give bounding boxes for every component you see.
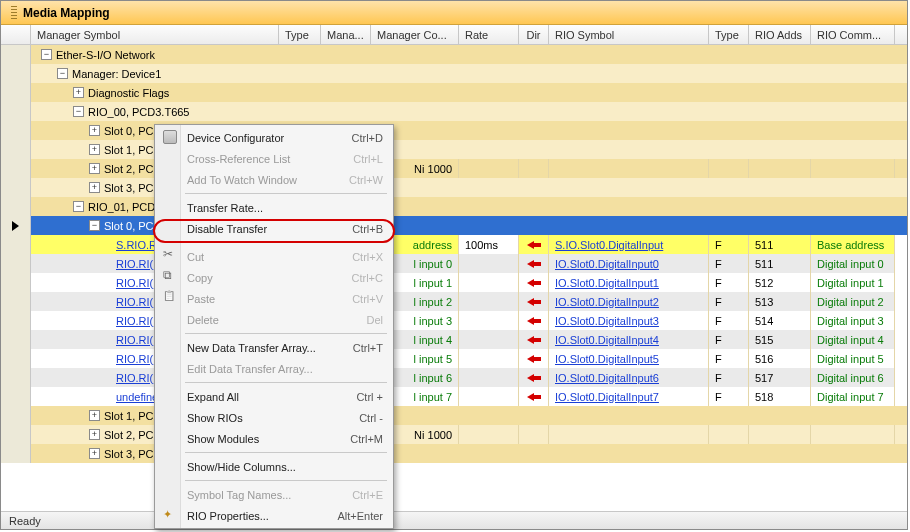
expander-icon[interactable]: + bbox=[89, 163, 100, 174]
rio-symbol-link[interactable]: IO.Slot0.DigitalInput7 bbox=[555, 391, 659, 403]
rio-symbol-link[interactable]: IO.Slot0.DigitalInput6 bbox=[555, 372, 659, 384]
content-area: Manager Symbol Type Mana... Manager Co..… bbox=[1, 25, 907, 511]
mapping-row[interactable]: RIO.RI(l input 4IO.Slot0.DigitalInput4F5… bbox=[1, 330, 907, 349]
expander-icon[interactable]: − bbox=[73, 201, 84, 212]
tree-symbol-link[interactable]: RIO.RI( bbox=[116, 372, 153, 384]
menu-item-shortcut: Ctrl+E bbox=[352, 489, 383, 501]
rio-symbol-link[interactable]: S.IO.Slot0.DigitalInput bbox=[555, 239, 663, 251]
menu-item-rio-properties[interactable]: RIO Properties...Alt+Enter bbox=[157, 505, 391, 526]
expander-icon[interactable]: + bbox=[89, 182, 100, 193]
tree-symbol-link[interactable]: RIO.RI( bbox=[116, 353, 153, 365]
col-header-rate[interactable]: Rate bbox=[459, 25, 519, 44]
col-header-symbol[interactable]: Manager Symbol bbox=[31, 25, 279, 44]
rio-symbol-link[interactable]: IO.Slot0.DigitalInput0 bbox=[555, 258, 659, 270]
tree-symbol-link[interactable]: RIO.RI( bbox=[116, 258, 153, 270]
mapping-row[interactable]: RIO.RI(l input 6IO.Slot0.DigitalInput6F5… bbox=[1, 368, 907, 387]
tree-row-rio00-slot1[interactable]: + Slot 1, PCD3 bbox=[1, 140, 907, 159]
mcomment: l input 0 bbox=[413, 258, 452, 270]
mcomment: address bbox=[413, 239, 452, 251]
expander-icon[interactable]: + bbox=[89, 410, 100, 421]
menu-item-shortcut: Ctrl+W bbox=[349, 174, 383, 186]
extra-text: Ni 1000 bbox=[414, 429, 452, 441]
rio-symbol-link[interactable]: IO.Slot0.DigitalInput1 bbox=[555, 277, 659, 289]
expander-icon[interactable]: − bbox=[89, 220, 100, 231]
col-header-type[interactable]: Type bbox=[279, 25, 321, 44]
col-header-rtype[interactable]: Type bbox=[709, 25, 749, 44]
menu-separator bbox=[185, 382, 387, 383]
tree-row-manager[interactable]: − Manager: Device1 bbox=[1, 64, 907, 83]
expander-icon[interactable]: + bbox=[89, 429, 100, 440]
mcomment: l input 7 bbox=[413, 391, 452, 403]
rio-symbol-link[interactable]: IO.Slot0.DigitalInput4 bbox=[555, 334, 659, 346]
menu-item-label: Cross-Reference List bbox=[187, 153, 290, 165]
expander-icon[interactable]: + bbox=[89, 125, 100, 136]
rcomment: Base address bbox=[817, 239, 884, 251]
tree-symbol-link[interactable]: RIO.RI( bbox=[116, 334, 153, 346]
arrow-left-icon bbox=[527, 279, 541, 287]
menu-item-show-rios[interactable]: Show RIOsCtrl - bbox=[157, 407, 391, 428]
rio-symbol-link[interactable]: IO.Slot0.DigitalInput2 bbox=[555, 296, 659, 308]
col-header-dir[interactable]: Dir bbox=[519, 25, 549, 44]
prop-icon bbox=[163, 508, 177, 522]
tree-row-rio00-slot2[interactable]: + Slot 2, PCD3 Ni 1000 bbox=[1, 159, 907, 178]
context-menu: Device ConfiguratorCtrl+DCross-Reference… bbox=[154, 124, 394, 529]
tree-row-rio01-slot0-selected[interactable]: − Slot 0, PCD3 bbox=[1, 216, 907, 235]
expander-icon[interactable]: − bbox=[73, 106, 84, 117]
status-text: Ready bbox=[9, 515, 41, 527]
menu-item-transfer-rate[interactable]: Transfer Rate... bbox=[157, 197, 391, 218]
expander-icon[interactable]: + bbox=[89, 144, 100, 155]
col-header-rsymbol[interactable]: RIO Symbol bbox=[549, 25, 709, 44]
tree-symbol-link[interactable]: RIO.RI( bbox=[116, 315, 153, 327]
arrow-left-icon bbox=[527, 355, 541, 363]
col-header-radds[interactable]: RIO Adds bbox=[749, 25, 811, 44]
rtype: F bbox=[715, 353, 722, 365]
tree-row-diag[interactable]: + Diagnostic Flags bbox=[1, 83, 907, 102]
rio-symbol-link[interactable]: IO.Slot0.DigitalInput5 bbox=[555, 353, 659, 365]
tree-row-rio00-slot0[interactable]: + Slot 0, PCD3 bbox=[1, 121, 907, 140]
expander-icon[interactable]: − bbox=[41, 49, 52, 60]
tree-row-rio01[interactable]: − RIO_01, PCD3 bbox=[1, 197, 907, 216]
rtype: F bbox=[715, 258, 722, 270]
mapping-row[interactable]: RIO.RI(l input 2IO.Slot0.DigitalInput2F5… bbox=[1, 292, 907, 311]
mapping-row[interactable]: RIO.RI(l input 5IO.Slot0.DigitalInput5F5… bbox=[1, 349, 907, 368]
arrow-left-icon bbox=[527, 336, 541, 344]
menu-separator bbox=[185, 452, 387, 453]
menu-item-device-configurator[interactable]: Device ConfiguratorCtrl+D bbox=[157, 127, 391, 148]
menu-item-shortcut: Ctrl - bbox=[359, 412, 383, 424]
mapping-row-base[interactable]: S.RIO.RI( address 100ms S.IO.Slot0.Digit… bbox=[1, 235, 907, 254]
rcomment: Digital input 7 bbox=[817, 391, 884, 403]
mapping-row[interactable]: RIO.RI(l input 1IO.Slot0.DigitalInput1F5… bbox=[1, 273, 907, 292]
col-header-mcomment[interactable]: Manager Co... bbox=[371, 25, 459, 44]
rio-symbol-link[interactable]: IO.Slot0.DigitalInput3 bbox=[555, 315, 659, 327]
expander-icon[interactable]: − bbox=[57, 68, 68, 79]
col-header-mana[interactable]: Mana... bbox=[321, 25, 371, 44]
tree-row-root[interactable]: − Ether-S-I/O Network bbox=[1, 45, 907, 64]
mapping-row[interactable]: RIO.RI(l input 3IO.Slot0.DigitalInput3F5… bbox=[1, 311, 907, 330]
tree-symbol-link[interactable]: RIO.RI( bbox=[116, 277, 153, 289]
menu-item-expand-all[interactable]: Expand AllCtrl + bbox=[157, 386, 391, 407]
tree-row-rio01-slot3[interactable]: + Slot 3, PCD3 bbox=[1, 444, 907, 463]
arrow-left-icon bbox=[527, 241, 541, 249]
menu-item-shortcut: Ctrl+V bbox=[352, 293, 383, 305]
rtype: F bbox=[715, 315, 722, 327]
radds: 515 bbox=[755, 334, 773, 346]
mapping-row[interactable]: undefinedl input 7IO.Slot0.DigitalInput7… bbox=[1, 387, 907, 406]
menu-item-new-data-transfer-array[interactable]: New Data Transfer Array...Ctrl+T bbox=[157, 337, 391, 358]
tree-row-rio01-slot2[interactable]: + Slot 2, PCD3 Ni 1000 bbox=[1, 425, 907, 444]
tree-symbol-link[interactable]: RIO.RI( bbox=[116, 296, 153, 308]
tree-row-rio00-slot3[interactable]: + Slot 3, PCD3 bbox=[1, 178, 907, 197]
expander-icon[interactable]: + bbox=[73, 87, 84, 98]
grip-icon bbox=[11, 6, 17, 20]
menu-item-symbol-tag-names: Symbol Tag Names...Ctrl+E bbox=[157, 484, 391, 505]
col-header-rcomment[interactable]: RIO Comm... bbox=[811, 25, 895, 44]
expander-icon[interactable]: + bbox=[89, 448, 100, 459]
tree-row-rio00[interactable]: − RIO_00, PCD3.T665 bbox=[1, 102, 907, 121]
menu-item-paste: PasteCtrl+V bbox=[157, 288, 391, 309]
menu-item-disable-transfer[interactable]: Disable TransferCtrl+B bbox=[157, 218, 391, 239]
mapping-row[interactable]: RIO.RI(l input 0IO.Slot0.DigitalInput0F5… bbox=[1, 254, 907, 273]
tree-row-rio01-slot1[interactable]: + Slot 1, PCD3 bbox=[1, 406, 907, 425]
rcomment: Digital input 6 bbox=[817, 372, 884, 384]
menu-separator bbox=[185, 242, 387, 243]
menu-item-show-hide-columns[interactable]: Show/Hide Columns... bbox=[157, 456, 391, 477]
menu-item-show-modules[interactable]: Show ModulesCtrl+M bbox=[157, 428, 391, 449]
